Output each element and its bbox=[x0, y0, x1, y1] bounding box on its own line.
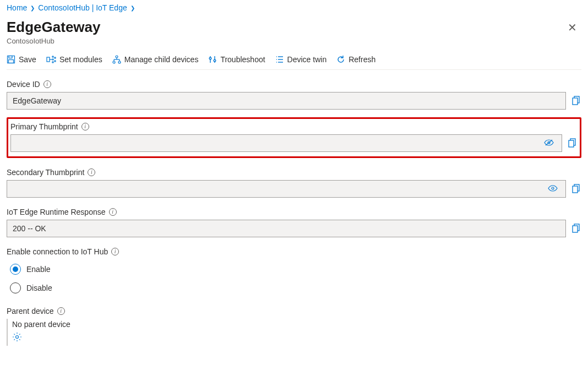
info-icon[interactable]: i bbox=[81, 123, 89, 130]
device-id-field: Device ID i EdgeGateway bbox=[7, 80, 581, 110]
info-icon[interactable]: i bbox=[109, 208, 117, 216]
page-subtitle: ContosoIotHub bbox=[7, 37, 101, 45]
svg-point-6 bbox=[52, 59, 53, 60]
sliders-icon bbox=[208, 55, 217, 64]
svg-point-10 bbox=[116, 56, 118, 58]
save-label: Save bbox=[19, 55, 36, 64]
save-button[interactable]: Save bbox=[7, 55, 36, 64]
copy-icon[interactable] bbox=[571, 184, 581, 194]
device-id-input[interactable]: EdgeGateway bbox=[7, 92, 566, 110]
svg-rect-1 bbox=[9, 56, 12, 58]
device-id-value: EdgeGateway bbox=[13, 96, 61, 105]
svg-rect-37 bbox=[573, 226, 578, 232]
svg-point-7 bbox=[55, 61, 56, 62]
device-twin-label: Device twin bbox=[287, 55, 327, 64]
list-icon bbox=[275, 55, 284, 64]
manage-child-button[interactable]: Manage child devices bbox=[112, 55, 199, 64]
save-icon bbox=[7, 55, 15, 64]
troubleshoot-button[interactable]: Troubleshoot bbox=[208, 55, 265, 64]
radio-button-icon bbox=[10, 264, 21, 275]
secondary-thumbprint-label: Secondary Thumbprint bbox=[7, 168, 84, 177]
primary-thumbprint-highlight: Primary Thumbprint i bbox=[7, 117, 581, 158]
breadcrumb-hub[interactable]: ContosoIotHub | IoT Edge bbox=[38, 3, 127, 12]
runtime-response-input[interactable]: 200 -- OK bbox=[7, 220, 566, 237]
copy-icon[interactable] bbox=[571, 96, 581, 106]
enable-connection-field: Enable connection to IoT Hub i Enable Di… bbox=[7, 247, 581, 293]
svg-point-8 bbox=[52, 62, 53, 63]
svg-rect-2 bbox=[9, 60, 14, 63]
info-icon[interactable]: i bbox=[43, 80, 51, 88]
radio-button-icon bbox=[10, 282, 21, 293]
set-modules-label: Set modules bbox=[59, 55, 102, 64]
svg-rect-3 bbox=[47, 57, 50, 62]
toolbar: Save Set modules Manage child devices Tr… bbox=[7, 51, 581, 70]
svg-point-20 bbox=[214, 59, 216, 62]
svg-point-38 bbox=[16, 336, 19, 339]
device-id-label: Device ID bbox=[7, 80, 40, 89]
runtime-response-value: 200 -- OK bbox=[13, 224, 46, 233]
breadcrumb: Home ❯ ContosoIotHub | IoT Edge ❯ bbox=[7, 0, 581, 14]
info-icon[interactable]: i bbox=[111, 248, 119, 255]
svg-point-12 bbox=[118, 61, 121, 63]
parent-device-field: Parent device i No parent device bbox=[7, 307, 581, 346]
radio-enable-label: Enable bbox=[26, 265, 51, 274]
device-twin-button[interactable]: Device twin bbox=[275, 55, 327, 64]
parent-device-label: Parent device bbox=[7, 307, 54, 315]
secondary-thumbprint-input[interactable] bbox=[7, 180, 566, 198]
info-icon[interactable]: i bbox=[57, 307, 65, 315]
eye-icon[interactable] bbox=[546, 184, 560, 194]
chevron-right-icon: ❯ bbox=[30, 5, 35, 11]
parent-device-value: No parent device bbox=[12, 320, 581, 329]
runtime-response-label: IoT Edge Runtime Response bbox=[7, 208, 106, 216]
refresh-icon bbox=[336, 55, 345, 64]
svg-point-4 bbox=[52, 56, 53, 57]
modules-icon bbox=[46, 55, 56, 64]
svg-point-19 bbox=[210, 57, 212, 59]
gear-icon[interactable] bbox=[12, 332, 581, 344]
close-icon[interactable]: ✕ bbox=[563, 19, 581, 36]
chevron-right-icon: ❯ bbox=[130, 5, 135, 11]
svg-point-33 bbox=[552, 187, 554, 189]
primary-thumbprint-label: Primary Thumbprint bbox=[10, 122, 78, 131]
eye-icon[interactable] bbox=[542, 139, 556, 148]
page-title: EdgeGateway bbox=[7, 19, 101, 36]
svg-point-11 bbox=[113, 61, 115, 63]
refresh-button[interactable]: Refresh bbox=[336, 55, 375, 64]
svg-rect-28 bbox=[573, 98, 578, 105]
copy-icon[interactable] bbox=[568, 138, 578, 148]
set-modules-button[interactable]: Set modules bbox=[46, 55, 102, 64]
svg-rect-35 bbox=[573, 186, 578, 193]
enable-connection-label: Enable connection to IoT Hub bbox=[7, 247, 108, 256]
manage-child-label: Manage child devices bbox=[124, 55, 199, 64]
radio-disable[interactable]: Disable bbox=[7, 282, 581, 293]
runtime-response-field: IoT Edge Runtime Response i 200 -- OK bbox=[7, 208, 581, 237]
info-icon[interactable]: i bbox=[88, 168, 95, 176]
refresh-label: Refresh bbox=[349, 55, 375, 64]
troubleshoot-label: Troubleshoot bbox=[220, 55, 265, 64]
breadcrumb-home[interactable]: Home bbox=[7, 3, 27, 12]
secondary-thumbprint-field: Secondary Thumbprint i bbox=[7, 168, 581, 198]
radio-enable[interactable]: Enable bbox=[7, 264, 581, 275]
copy-icon[interactable] bbox=[571, 224, 581, 233]
primary-thumbprint-input[interactable] bbox=[10, 134, 562, 152]
svg-rect-32 bbox=[569, 140, 574, 147]
hierarchy-icon bbox=[112, 55, 121, 64]
radio-disable-label: Disable bbox=[26, 284, 52, 292]
svg-point-5 bbox=[55, 57, 56, 58]
